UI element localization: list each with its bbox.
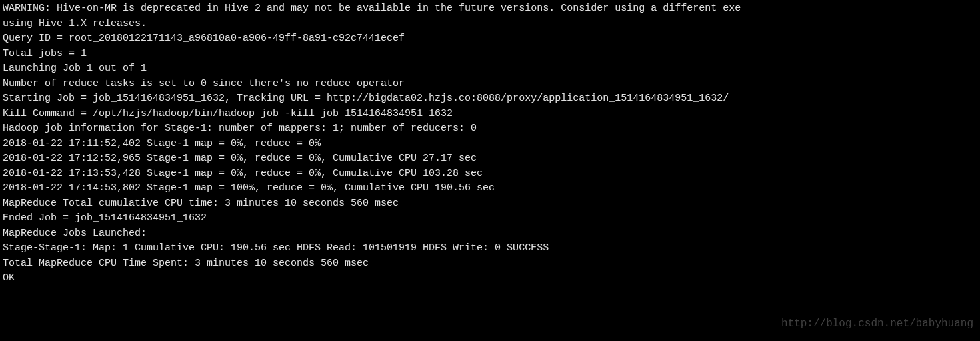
reduce-tasks-line: Number of reduce tasks is set to 0 since… (3, 77, 977, 92)
warning-line-cont: using Hive 1.X releases. (3, 17, 977, 32)
query-id-line: Query ID = root_20180122171143_a96810a0-… (3, 31, 977, 47)
stage-summary-line: Stage-Stage-1: Map: 1 Cumulative CPU: 19… (3, 241, 977, 256)
warning-line: WARNING: Hive-on-MR is deprecated in Hiv… (3, 1, 977, 17)
progress-line-3: 2018-01-22 17:13:53,428 Stage-1 map = 0%… (3, 167, 977, 182)
kill-command-line: Kill Command = /opt/hzjs/hadoop/bin/hado… (3, 107, 977, 122)
ok-line: OK (3, 271, 977, 286)
ended-job-line: Ended Job = job_1514164834951_1632 (3, 211, 977, 226)
terminal-output[interactable]: WARNING: Hive-on-MR is deprecated in Hiv… (3, 1, 977, 286)
starting-job-line: Starting Job = job_1514164834951_1632, T… (3, 91, 977, 107)
progress-line-2: 2018-01-22 17:12:52,965 Stage-1 map = 0%… (3, 151, 977, 167)
launching-job-line: Launching Job 1 out of 1 (3, 61, 977, 77)
watermark-text: http://blog.csdn.net/babyhuang (781, 316, 973, 332)
total-time-spent-line: Total MapReduce CPU Time Spent: 3 minute… (3, 256, 977, 272)
hadoop-info-line: Hadoop job information for Stage-1: numb… (3, 121, 977, 137)
progress-line-1: 2018-01-22 17:11:52,402 Stage-1 map = 0%… (3, 137, 977, 152)
total-cpu-time-line: MapReduce Total cumulative CPU time: 3 m… (3, 196, 977, 212)
total-jobs-line: Total jobs = 1 (3, 47, 977, 62)
progress-line-4: 2018-01-22 17:14:53,802 Stage-1 map = 10… (3, 181, 977, 196)
jobs-launched-line: MapReduce Jobs Launched: (3, 226, 977, 242)
